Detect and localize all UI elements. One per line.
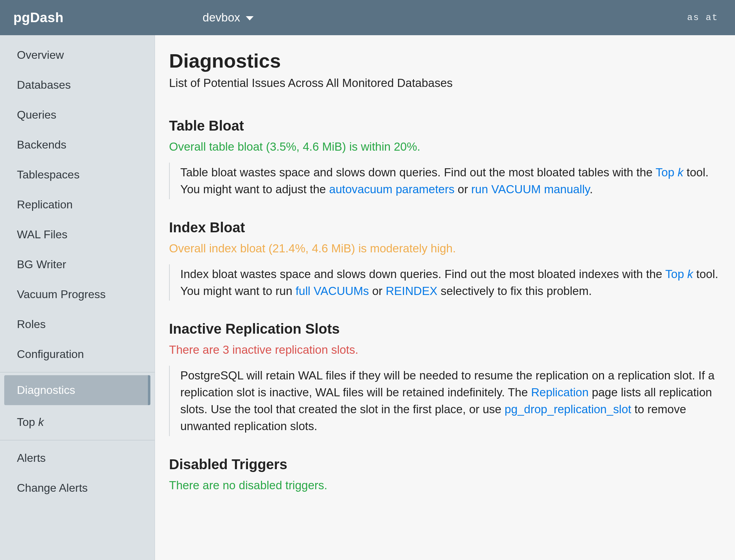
sidebar-item-wal-files[interactable]: WAL Files bbox=[0, 220, 155, 250]
section-inactive-replication-slots: Inactive Replication Slots There are 3 i… bbox=[169, 321, 722, 436]
section-heading: Index Bloat bbox=[169, 220, 722, 235]
sidebar-item-bg-writer[interactable]: BG Writer bbox=[0, 250, 155, 279]
sidebar-separator bbox=[0, 372, 155, 372]
section-heading: Inactive Replication Slots bbox=[169, 321, 722, 337]
status-line: There are no disabled triggers. bbox=[169, 479, 722, 492]
caret-down-icon bbox=[246, 16, 254, 20]
status-line: Overall index bloat (21.4%, 4.6 MiB) is … bbox=[169, 242, 722, 255]
as-at-label: as at bbox=[687, 12, 718, 23]
section-heading: Disabled Triggers bbox=[169, 457, 722, 472]
main-content: Diagnostics List of Potential Issues Acr… bbox=[155, 35, 735, 560]
sidebar-item-label: Top k bbox=[17, 416, 44, 429]
brand-logo[interactable]: pgDash bbox=[13, 10, 63, 25]
status-line: Overall table bloat (3.5%, 4.6 MiB) is w… bbox=[169, 140, 722, 153]
autovacuum-parameters-link[interactable]: autovacuum parameters bbox=[329, 183, 455, 196]
sidebar-item-roles[interactable]: Roles bbox=[0, 309, 155, 339]
sidebar-item-databases[interactable]: Databases bbox=[0, 70, 155, 100]
section-heading: Table Bloat bbox=[169, 118, 722, 134]
sidebar-item-alerts[interactable]: Alerts bbox=[0, 443, 155, 473]
page-title: Diagnostics bbox=[169, 49, 722, 72]
reindex-link[interactable]: REINDEX bbox=[386, 284, 437, 297]
sidebar-item-top-k[interactable]: Top k bbox=[0, 407, 155, 437]
section-description: PostgreSQL will retain WAL files if they… bbox=[169, 366, 722, 436]
sidebar-item-replication[interactable]: Replication bbox=[0, 190, 155, 220]
sidebar-item-configuration[interactable]: Configuration bbox=[0, 339, 155, 369]
sidebar-item-vacuum-progress[interactable]: Vacuum Progress bbox=[0, 279, 155, 309]
app-header: pgDash devbox as at bbox=[0, 0, 735, 35]
section-index-bloat: Index Bloat Overall index bloat (21.4%, … bbox=[169, 220, 722, 301]
sidebar-item-diagnostics[interactable]: Diagnostics bbox=[4, 375, 150, 405]
sidebar-item-backends[interactable]: Backends bbox=[0, 130, 155, 160]
page-subtitle: List of Potential Issues Across All Moni… bbox=[169, 76, 722, 90]
server-selector[interactable]: devbox bbox=[203, 11, 253, 24]
section-description: Table bloat wastes space and slows down … bbox=[169, 163, 722, 199]
section-table-bloat: Table Bloat Overall table bloat (3.5%, 4… bbox=[169, 118, 722, 199]
server-name: devbox bbox=[203, 11, 240, 24]
sidebar-item-queries[interactable]: Queries bbox=[0, 100, 155, 130]
sidebar-item-tablespaces[interactable]: Tablespaces bbox=[0, 160, 155, 190]
status-line: There are 3 inactive replication slots. bbox=[169, 343, 722, 357]
pg-drop-replication-slot-link[interactable]: pg_drop_replication_slot bbox=[505, 403, 631, 416]
replication-page-link[interactable]: Replication bbox=[531, 386, 588, 399]
run-vacuum-link[interactable]: run VACUUM manually bbox=[471, 183, 590, 196]
sidebar-separator bbox=[0, 440, 155, 440]
full-vacuums-link[interactable]: full VACUUMs bbox=[295, 284, 369, 297]
sidebar-item-change-alerts[interactable]: Change Alerts bbox=[0, 473, 155, 503]
sidebar: Overview Databases Queries Backends Tabl… bbox=[0, 35, 155, 560]
top-k-link[interactable]: Top k bbox=[656, 166, 684, 179]
section-disabled-triggers: Disabled Triggers There are no disabled … bbox=[169, 457, 722, 492]
section-description: Index bloat wastes space and slows down … bbox=[169, 264, 722, 301]
sidebar-item-overview[interactable]: Overview bbox=[0, 40, 155, 70]
top-k-link[interactable]: Top k bbox=[665, 268, 693, 281]
